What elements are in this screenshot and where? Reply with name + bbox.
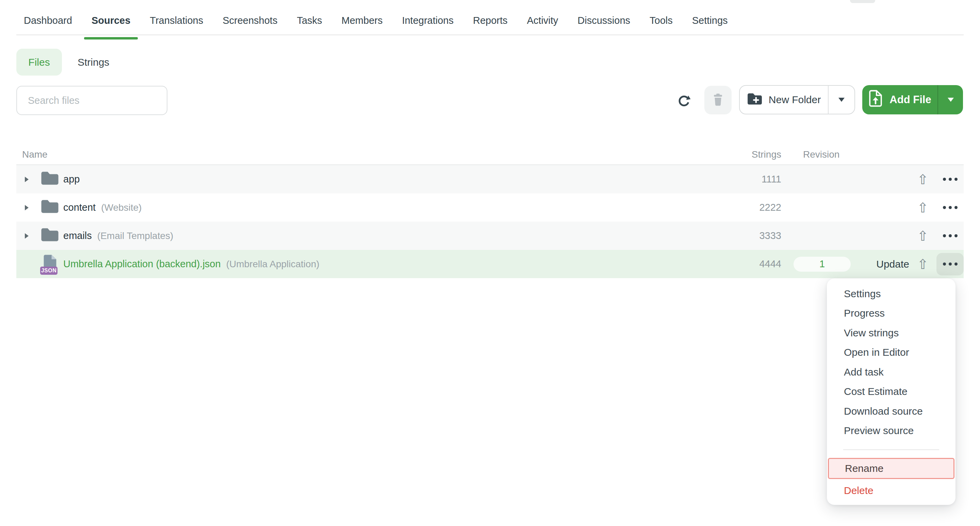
nav-item-settings[interactable]: Settings: [692, 6, 728, 35]
new-folder-label: New Folder: [769, 94, 821, 105]
menu-divider: [843, 449, 939, 450]
row-more-button[interactable]: [943, 206, 958, 209]
folder-plus-icon: [747, 92, 762, 108]
upload-translations-icon[interactable]: ⇧: [917, 173, 929, 186]
nav-item-tools[interactable]: Tools: [649, 6, 673, 35]
upload-translations-icon[interactable]: ⇧: [917, 201, 929, 215]
column-header-name: Name: [16, 149, 724, 160]
expand-caret-icon[interactable]: [25, 233, 29, 239]
strings-count: 1111: [724, 174, 781, 185]
file-name[interactable]: Umbrella Application (backend).json: [63, 258, 221, 269]
trash-icon: [713, 94, 723, 107]
nav-item-tasks[interactable]: Tasks: [297, 6, 322, 35]
file-annotation: (Umbrella Application): [226, 259, 320, 269]
folder-name[interactable]: app: [63, 174, 80, 185]
folder-icon: [40, 199, 60, 217]
upload-translations-icon[interactable]: ⇧: [917, 257, 929, 271]
column-header-revision: Revision: [781, 149, 851, 160]
nav-item-translations[interactable]: Translations: [150, 6, 203, 35]
nav-item-integrations[interactable]: Integrations: [402, 6, 453, 35]
refresh-button[interactable]: [676, 92, 692, 109]
folder-annotation: (Website): [101, 202, 142, 213]
file-upload-icon: [869, 90, 883, 110]
nav-item-dashboard[interactable]: Dashboard: [24, 6, 72, 35]
new-folder-split-button: New Folder: [739, 85, 855, 115]
table-row-file-umbrella[interactable]: JSON Umbrella Application (backend).json…: [16, 250, 964, 278]
expand-caret-icon[interactable]: [25, 205, 29, 210]
menu-item-view-strings[interactable]: View strings: [827, 323, 956, 343]
menu-item-open-in-editor[interactable]: Open in Editor: [827, 343, 956, 363]
tab-strings[interactable]: Strings: [78, 56, 109, 68]
nav-item-activity[interactable]: Activity: [527, 6, 558, 35]
add-file-split-button: Add File: [862, 85, 963, 115]
search-input[interactable]: [16, 86, 167, 115]
menu-item-add-task[interactable]: Add task: [827, 362, 956, 382]
add-file-button[interactable]: Add File: [862, 85, 937, 115]
delete-selected-button[interactable]: [705, 86, 732, 115]
json-format-badge: JSON: [40, 266, 57, 275]
menu-item-rename[interactable]: Rename: [828, 458, 955, 479]
menu-item-cost-estimate[interactable]: Cost Estimate: [827, 382, 956, 402]
table-row-folder-content[interactable]: content (Website) 2222 ⇧: [16, 193, 964, 222]
revision-value: 1: [819, 258, 825, 269]
strings-count: 2222: [724, 202, 781, 213]
add-file-dropdown-toggle[interactable]: [937, 85, 963, 115]
sources-subtabs: Files Strings: [16, 49, 109, 76]
ellipsis-icon: [943, 263, 958, 266]
upload-translations-icon[interactable]: ⇧: [917, 229, 929, 243]
files-table: Name Strings Revision app 1111 ⇧ content…: [16, 145, 964, 278]
nav-item-reports[interactable]: Reports: [473, 6, 508, 35]
add-file-label: Add File: [889, 94, 931, 106]
menu-item-preview-source[interactable]: Preview source: [827, 421, 956, 441]
folder-annotation: (Email Templates): [97, 231, 173, 241]
update-file-button[interactable]: Update: [876, 258, 909, 270]
folder-icon: [40, 227, 60, 245]
row-more-button[interactable]: [943, 178, 958, 181]
new-folder-button[interactable]: New Folder: [740, 86, 828, 114]
table-row-folder-emails[interactable]: emails (Email Templates) 3333 ⇧: [16, 222, 964, 250]
table-row-folder-app[interactable]: app 1111 ⇧: [16, 165, 964, 193]
folder-name[interactable]: emails: [63, 230, 92, 241]
table-header: Name Strings Revision: [16, 145, 964, 165]
menu-item-settings[interactable]: Settings: [827, 284, 956, 304]
menu-item-download-source[interactable]: Download source: [827, 402, 956, 421]
chevron-down-icon: [838, 98, 845, 102]
menu-item-progress[interactable]: Progress: [827, 304, 956, 324]
strings-count: 4444: [724, 258, 781, 269]
nav-item-sources[interactable]: Sources: [92, 6, 130, 35]
folder-name[interactable]: content: [63, 202, 95, 213]
strings-count: 3333: [724, 230, 781, 241]
menu-item-delete[interactable]: Delete: [827, 481, 956, 500]
refresh-icon: [677, 94, 691, 108]
folder-icon: [40, 171, 60, 188]
row-more-button[interactable]: [943, 234, 958, 237]
nav-item-screenshots[interactable]: Screenshots: [223, 6, 277, 35]
new-folder-dropdown-toggle[interactable]: [828, 86, 854, 114]
nav-item-members[interactable]: Members: [342, 6, 383, 35]
tab-files[interactable]: Files: [16, 49, 62, 76]
project-nav: Dashboard Sources Translations Screensho…: [16, 0, 964, 35]
revision-badge: 1: [794, 257, 851, 272]
file-context-menu: Settings Progress View strings Open in E…: [827, 279, 956, 505]
column-header-strings: Strings: [724, 149, 781, 160]
row-more-button-active[interactable]: [937, 253, 964, 276]
nav-item-discussions[interactable]: Discussions: [578, 6, 630, 35]
json-file-icon: JSON: [43, 255, 57, 274]
chevron-down-icon: [948, 98, 954, 102]
expand-caret-icon[interactable]: [25, 177, 29, 182]
